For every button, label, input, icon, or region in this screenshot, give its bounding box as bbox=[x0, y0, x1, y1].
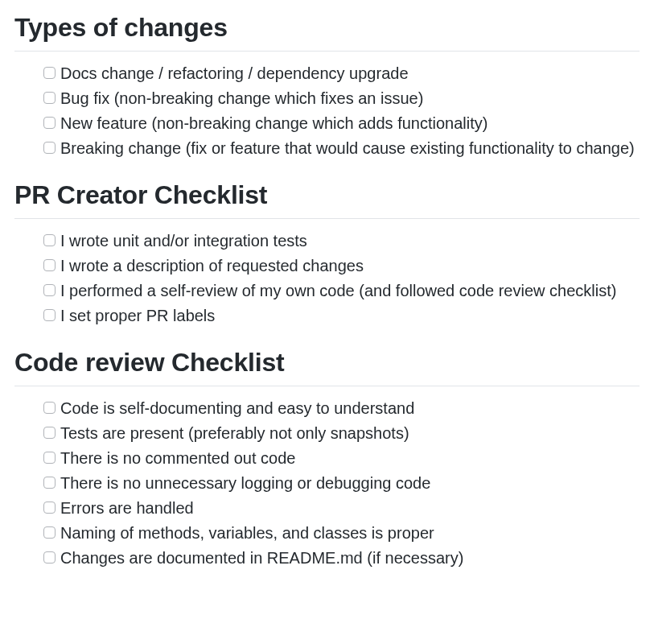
checkbox-icon[interactable] bbox=[43, 551, 56, 564]
item-label: I performed a self-review of my own code… bbox=[60, 279, 640, 303]
item-label: New feature (non-breaking change which a… bbox=[60, 111, 640, 136]
item-label: Breaking change (fix or feature that wou… bbox=[60, 136, 640, 161]
item-label: Bug fix (non-breaking change which fixes… bbox=[60, 86, 640, 111]
checkbox-icon[interactable] bbox=[43, 452, 56, 464]
section-heading-pr-creator-checklist: PR Creator Checklist bbox=[14, 180, 640, 219]
checkbox-icon[interactable] bbox=[43, 117, 56, 129]
item-label: Docs change / refactoring / dependency u… bbox=[60, 61, 640, 86]
list-item: I set proper PR labels bbox=[43, 303, 640, 328]
checklist-types-of-changes: Docs change / refactoring / dependency u… bbox=[14, 61, 640, 161]
checkbox-icon[interactable] bbox=[43, 477, 56, 489]
checklist-code-review: Code is self-documenting and easy to und… bbox=[14, 396, 640, 571]
list-item: New feature (non-breaking change which a… bbox=[43, 111, 640, 136]
item-label: Tests are present (preferably not only s… bbox=[60, 421, 640, 446]
item-label: Naming of methods, variables, and classe… bbox=[60, 521, 640, 546]
checkbox-icon[interactable] bbox=[43, 234, 56, 246]
checklist-pr-creator: I wrote unit and/or integration tests I … bbox=[14, 229, 640, 328]
checkbox-icon[interactable] bbox=[43, 526, 56, 539]
checkbox-icon[interactable] bbox=[43, 402, 56, 414]
item-label: There is no commented out code bbox=[60, 446, 640, 471]
list-item: Tests are present (preferably not only s… bbox=[43, 421, 640, 446]
item-label: Code is self-documenting and easy to und… bbox=[60, 396, 640, 421]
list-item: Code is self-documenting and easy to und… bbox=[43, 396, 640, 421]
section-heading-code-review-checklist: Code review Checklist bbox=[14, 348, 640, 386]
checkbox-icon[interactable] bbox=[43, 92, 56, 104]
list-item: Errors are handled bbox=[43, 496, 640, 521]
list-item: I performed a self-review of my own code… bbox=[43, 279, 640, 303]
list-item: Docs change / refactoring / dependency u… bbox=[43, 61, 640, 86]
list-item: There is no commented out code bbox=[43, 446, 640, 471]
checkbox-icon[interactable] bbox=[43, 309, 56, 321]
item-label: Errors are handled bbox=[60, 496, 640, 521]
checkbox-icon[interactable] bbox=[43, 284, 56, 296]
list-item: Changes are documented in README.md (if … bbox=[43, 546, 640, 571]
checkbox-icon[interactable] bbox=[43, 259, 56, 271]
list-item: There is no unnecessary logging or debug… bbox=[43, 471, 640, 496]
item-label: I set proper PR labels bbox=[60, 303, 640, 328]
list-item: I wrote a description of requested chang… bbox=[43, 254, 640, 279]
checkbox-icon[interactable] bbox=[43, 502, 56, 514]
list-item: Naming of methods, variables, and classe… bbox=[43, 521, 640, 546]
item-label: I wrote unit and/or integration tests bbox=[60, 229, 640, 254]
checkbox-icon[interactable] bbox=[43, 142, 56, 154]
item-label: Changes are documented in README.md (if … bbox=[60, 546, 640, 571]
list-item: Breaking change (fix or feature that wou… bbox=[43, 136, 640, 161]
checkbox-icon[interactable] bbox=[43, 67, 56, 79]
list-item: Bug fix (non-breaking change which fixes… bbox=[43, 86, 640, 111]
item-label: There is no unnecessary logging or debug… bbox=[60, 471, 640, 496]
list-item: I wrote unit and/or integration tests bbox=[43, 229, 640, 254]
section-heading-types-of-changes: Types of changes bbox=[14, 13, 640, 52]
checkbox-icon[interactable] bbox=[43, 427, 56, 439]
item-label: I wrote a description of requested chang… bbox=[60, 254, 640, 279]
